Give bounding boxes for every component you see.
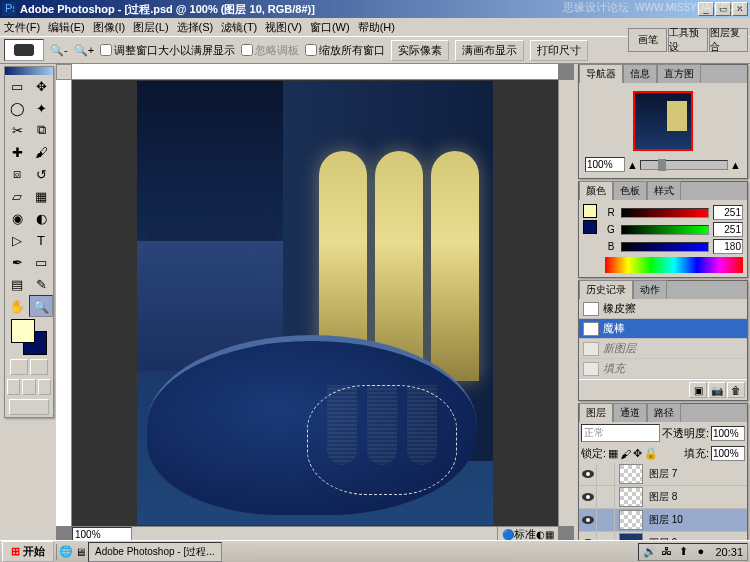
blur-tool[interactable]: ◉ (5, 207, 29, 229)
quickmask-mode-icon[interactable] (30, 359, 48, 375)
layer-thumbnail[interactable] (619, 464, 643, 484)
navigator-zoom-slider[interactable] (640, 160, 728, 170)
canvas-image[interactable] (137, 81, 493, 525)
eyedropper-tool[interactable]: ✎ (29, 273, 53, 295)
tab-actions[interactable]: 动作 (633, 280, 667, 299)
menu-view[interactable]: 视图(V) (265, 20, 302, 35)
lock-all-icon[interactable]: 🔒 (644, 447, 658, 460)
tool-preset-picker[interactable] (4, 39, 44, 61)
tab-swatches[interactable]: 色板 (613, 181, 647, 200)
pen-tool[interactable]: ✒ (5, 251, 29, 273)
ignore-palettes-option[interactable]: 忽略调板 (241, 43, 299, 58)
layer-item[interactable]: 图层 7 (579, 463, 747, 486)
nav-zoom-out-icon[interactable]: ▲ (627, 159, 638, 171)
screen-std-icon[interactable] (7, 379, 20, 395)
layer-item[interactable]: 图层 8 (579, 486, 747, 509)
tray-icon-1[interactable]: 🔊 (643, 545, 657, 559)
layer-item[interactable]: 图层 10 (579, 509, 747, 532)
tab-layers[interactable]: 图层 (579, 403, 613, 422)
history-snapshot-icon[interactable]: 📷 (708, 382, 726, 398)
r-value[interactable]: 251 (713, 205, 743, 220)
standard-mode-icon[interactable] (10, 359, 28, 375)
print-size-button[interactable]: 打印尺寸 (530, 40, 588, 61)
eraser-tool[interactable]: ▱ (5, 185, 29, 207)
tab-styles[interactable]: 样式 (647, 181, 681, 200)
tray-icon-2[interactable]: 🖧 (661, 545, 675, 559)
quicklaunch-ie-icon[interactable]: 🌐 (59, 545, 73, 558)
ruler-origin[interactable] (56, 64, 72, 80)
foreground-color[interactable] (11, 319, 35, 343)
wand-tool[interactable]: ✦ (29, 97, 53, 119)
layer-thumbnail[interactable] (619, 510, 643, 530)
dodge-tool[interactable]: ◐ (29, 207, 53, 229)
toolbox-gripper[interactable] (5, 67, 53, 75)
layer-thumbnail[interactable] (619, 487, 643, 507)
close-button[interactable]: ✕ (732, 2, 748, 16)
tab-navigator[interactable]: 导航器 (579, 64, 623, 83)
marquee-tool[interactable]: ▭ (5, 75, 29, 97)
type-tool[interactable]: T (29, 229, 53, 251)
zoom-in-icon[interactable]: 🔍+ (74, 44, 94, 57)
nav-zoom-in-icon[interactable]: ▲ (730, 159, 741, 171)
lasso-tool[interactable]: ◯ (5, 97, 29, 119)
menu-filter[interactable]: 滤镜(T) (221, 20, 257, 35)
clock[interactable]: 20:31 (715, 546, 743, 558)
path-tool[interactable]: ▷ (5, 229, 29, 251)
dock-tab-brushes[interactable]: 画笔 (628, 28, 667, 52)
layer-visibility-toggle[interactable] (579, 509, 597, 531)
start-button[interactable]: ⊞开始 (2, 541, 54, 562)
fill-input[interactable] (711, 446, 745, 461)
tray-icon-4[interactable]: ● (697, 545, 711, 559)
ruler-vertical[interactable] (56, 80, 72, 526)
task-photoshop[interactable]: Adobe Photoshop - [过程... (88, 542, 222, 562)
scrollbar-vertical[interactable] (558, 80, 574, 526)
screen-full-icon[interactable] (38, 379, 51, 395)
hand-tool[interactable]: ✋ (5, 295, 29, 317)
history-brush-tool[interactable]: ↺ (29, 163, 53, 185)
menu-edit[interactable]: 编辑(E) (48, 20, 85, 35)
color-ramp[interactable] (605, 257, 743, 273)
b-value[interactable]: 180 (713, 239, 743, 254)
b-slider[interactable] (621, 242, 709, 252)
lock-trans-icon[interactable]: ▦ (608, 447, 618, 460)
notes-tool[interactable]: ▤ (5, 273, 29, 295)
lock-paint-icon[interactable]: 🖌 (620, 448, 631, 460)
ruler-horizontal[interactable] (72, 64, 558, 80)
actual-pixels-button[interactable]: 实际像素 (391, 40, 449, 61)
tab-color[interactable]: 颜色 (579, 181, 613, 200)
zoom-out-icon[interactable]: 🔍- (50, 44, 68, 57)
history-item[interactable]: 橡皮擦 (579, 299, 747, 319)
history-new-doc-icon[interactable]: ▣ (689, 382, 707, 398)
history-item[interactable]: 填充 (579, 359, 747, 379)
tab-histogram[interactable]: 直方图 (657, 64, 701, 83)
color-swatches[interactable] (11, 319, 47, 355)
color-fg-swatch[interactable] (583, 204, 597, 218)
lock-move-icon[interactable]: ✥ (633, 447, 642, 460)
gradient-tool[interactable]: ▦ (29, 185, 53, 207)
heal-tool[interactable]: ✚ (5, 141, 29, 163)
g-slider[interactable] (621, 225, 709, 235)
history-item[interactable]: 魔棒 (579, 319, 747, 339)
fit-window-option[interactable]: 调整窗口大小以满屏显示 (100, 43, 235, 58)
g-value[interactable]: 251 (713, 222, 743, 237)
tab-info[interactable]: 信息 (623, 64, 657, 83)
navigator-zoom-input[interactable]: 100% (585, 157, 625, 172)
imageready-icon[interactable] (9, 399, 49, 415)
dock-tab-layercomps[interactable]: 图层复合 (709, 28, 748, 52)
layer-name[interactable]: 图层 8 (647, 490, 747, 504)
navigator-thumbnail[interactable] (633, 91, 693, 151)
canvas-area[interactable] (72, 80, 558, 526)
menu-image[interactable]: 图像(I) (93, 20, 125, 35)
screen-full-menu-icon[interactable] (22, 379, 35, 395)
blend-mode-select[interactable]: 正常 (581, 424, 660, 442)
tab-paths[interactable]: 路径 (647, 403, 681, 422)
layer-visibility-toggle[interactable] (579, 486, 597, 508)
crop-tool[interactable]: ✂ (5, 119, 29, 141)
minimize-button[interactable]: _ (698, 2, 714, 16)
menu-select[interactable]: 选择(S) (177, 20, 214, 35)
tray-icon-3[interactable]: ⬆ (679, 545, 693, 559)
tab-history[interactable]: 历史记录 (579, 280, 633, 299)
zoom-all-option[interactable]: 缩放所有窗口 (305, 43, 385, 58)
brush-tool[interactable]: 🖌 (29, 141, 53, 163)
maximize-button[interactable]: ▭ (715, 2, 731, 16)
